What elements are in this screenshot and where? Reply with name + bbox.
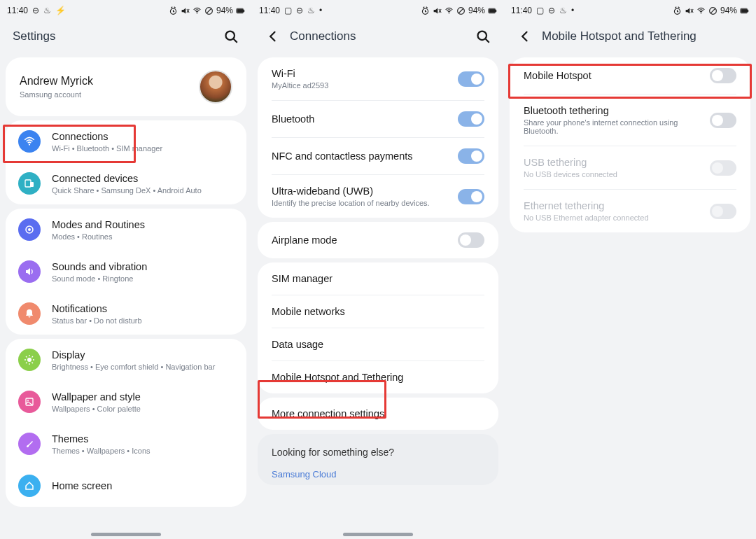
- uwb-toggle[interactable]: [458, 189, 484, 204]
- devices-icon: [18, 172, 41, 195]
- alarm-icon: [673, 6, 682, 15]
- thermo-icon: ♨: [43, 6, 51, 15]
- footer-card: Looking for something else? Samsung Clou…: [258, 434, 498, 485]
- alarm-icon: [421, 6, 430, 15]
- row-bt-tethering[interactable]: Bluetooth tethering Share your phone's i…: [510, 94, 750, 146]
- row-sublabel: Status bar • Do not disturb: [52, 316, 234, 325]
- row-sounds[interactable]: Sounds and vibration Sound mode • Ringto…: [6, 251, 246, 293]
- row-label: Wi-Fi: [272, 68, 328, 79]
- footer-question: Looking for something else?: [258, 434, 498, 463]
- usb-tethering-toggle: [710, 160, 736, 176]
- row-sublabel: Quick Share • Samsung DeX • Android Auto: [52, 186, 234, 195]
- battery-pct: 94%: [468, 6, 485, 15]
- search-icon: [476, 29, 490, 43]
- status-time: 11:40: [259, 6, 280, 15]
- battery-icon: [488, 6, 497, 15]
- row-uwb[interactable]: Ultra-wideband (UWB) Identify the precis…: [258, 175, 498, 218]
- mute-icon: [433, 6, 442, 15]
- row-sublabel: No USB devices connected: [524, 170, 617, 178]
- nodata-icon: [204, 6, 214, 15]
- bolt-icon: ⚡: [55, 6, 66, 15]
- row-wifi[interactable]: Wi-Fi MyAltice ad2593: [258, 57, 498, 100]
- row-sublabel: Wi-Fi • Bluetooth • SIM manager: [52, 144, 234, 153]
- bt-tethering-toggle[interactable]: [710, 113, 736, 128]
- row-data-usage[interactable]: Data usage: [258, 328, 498, 360]
- battery-icon: [236, 6, 245, 15]
- row-sublabel: Share your phone's internet connection u…: [524, 118, 710, 135]
- mute-icon: [181, 6, 190, 15]
- back-button[interactable]: [265, 28, 281, 45]
- modes-icon: [18, 218, 41, 241]
- account-card[interactable]: Andrew Myrick Samsung account: [6, 57, 246, 116]
- row-label: Display: [52, 349, 234, 360]
- row-connected-devices[interactable]: Connected devices Quick Share • Samsung …: [6, 162, 246, 204]
- row-more-connection[interactable]: More connection settings: [258, 398, 498, 430]
- row-modes[interactable]: Modes and Routines Modes • Routines: [6, 209, 246, 251]
- search-button[interactable]: [223, 28, 239, 45]
- connections-header: Connections: [252, 21, 504, 53]
- image-icon: ▢: [536, 6, 544, 15]
- row-sublabel: No USB Ethernet adapter connected: [524, 214, 649, 222]
- row-label: Ultra-wideband (UWB): [272, 186, 430, 197]
- wifi-icon: [444, 6, 454, 15]
- row-notifications[interactable]: Notifications Status bar • Do not distur…: [6, 293, 246, 335]
- row-sublabel: Wallpapers • Color palette: [52, 405, 234, 413]
- row-connections[interactable]: Connections Wi-Fi • Bluetooth • SIM mana…: [6, 120, 246, 162]
- row-themes[interactable]: Themes Themes • Wallpapers • Icons: [6, 423, 246, 465]
- row-label: SIM manager: [272, 273, 332, 284]
- row-label: More connection settings: [272, 408, 384, 419]
- dnd-icon: ⊖: [548, 6, 555, 15]
- svg-point-9: [28, 228, 31, 231]
- sound-icon: [18, 260, 41, 283]
- sun-icon: [18, 349, 41, 371]
- nav-handle[interactable]: [91, 533, 161, 536]
- row-nfc[interactable]: NFC and contactless payments: [258, 138, 498, 174]
- chevron-left-icon: [518, 29, 532, 43]
- svg-point-10: [27, 358, 31, 362]
- wifi-toggle[interactable]: [458, 71, 484, 87]
- conn-group-sim: SIM manager Mobile networks Data usage M…: [258, 262, 498, 393]
- airplane-toggle[interactable]: [458, 232, 484, 248]
- row-mobile-networks[interactable]: Mobile networks: [258, 295, 498, 328]
- row-sim-manager[interactable]: SIM manager: [258, 262, 498, 295]
- svg-rect-7: [30, 182, 34, 187]
- back-button[interactable]: [517, 28, 533, 45]
- palette-icon: [18, 391, 41, 413]
- row-sublabel: MyAltice ad2593: [272, 81, 328, 90]
- row-label: Airplane mode: [272, 234, 337, 246]
- row-home-screen[interactable]: Home screen: [6, 465, 246, 507]
- alarm-icon: [169, 6, 178, 15]
- nav-handle[interactable]: [343, 533, 413, 536]
- row-mobile-hotspot-tethering[interactable]: Mobile Hotspot and Tethering: [258, 361, 498, 393]
- battery-pct: 94%: [216, 6, 233, 15]
- home-icon: [18, 475, 41, 497]
- nodata-icon: [456, 6, 465, 15]
- dnd-icon: ⊖: [296, 6, 303, 15]
- page-title: Mobile Hotspot and Tethering: [542, 29, 743, 43]
- row-bluetooth[interactable]: Bluetooth: [258, 101, 498, 137]
- row-label: Connections: [52, 131, 234, 142]
- row-label: Data usage: [272, 339, 323, 350]
- panel-settings: 11:40 ⊖ ♨ ⚡ 94% Settings Andrew Myrick S…: [0, 0, 252, 539]
- wifi-icon: [192, 6, 202, 15]
- row-mobile-hotspot[interactable]: Mobile Hotspot: [510, 57, 750, 94]
- avatar[interactable]: [199, 70, 232, 104]
- hotspot-group: Mobile Hotspot Bluetooth tethering Share…: [510, 57, 750, 232]
- svg-rect-6: [25, 180, 31, 187]
- settings-header: Settings: [0, 21, 252, 53]
- nfc-toggle[interactable]: [458, 148, 484, 164]
- chevron-left-icon: [266, 29, 280, 43]
- search-button[interactable]: [475, 28, 491, 45]
- row-ethernet-tethering: Ethernet tethering No USB Ethernet adapt…: [510, 190, 750, 232]
- row-label: Sounds and vibration: [52, 261, 234, 272]
- row-usb-tethering: USB tethering No USB devices connected: [510, 146, 750, 189]
- mobile-hotspot-toggle[interactable]: [710, 68, 736, 83]
- row-airplane[interactable]: Airplane mode: [258, 222, 498, 258]
- row-label: Mobile Hotspot: [524, 70, 592, 81]
- panel-connections: 11:40 ▢ ⊖ ♨ • 94% Connections Wi-Fi MyAl: [252, 0, 504, 539]
- row-wallpaper[interactable]: Wallpaper and style Wallpapers • Color p…: [6, 381, 246, 423]
- samsung-cloud-link[interactable]: Samsung Cloud: [258, 463, 498, 485]
- row-display[interactable]: Display Brightness • Eye comfort shield …: [6, 339, 246, 381]
- bluetooth-toggle[interactable]: [458, 111, 484, 127]
- group-display: Display Brightness • Eye comfort shield …: [6, 339, 246, 507]
